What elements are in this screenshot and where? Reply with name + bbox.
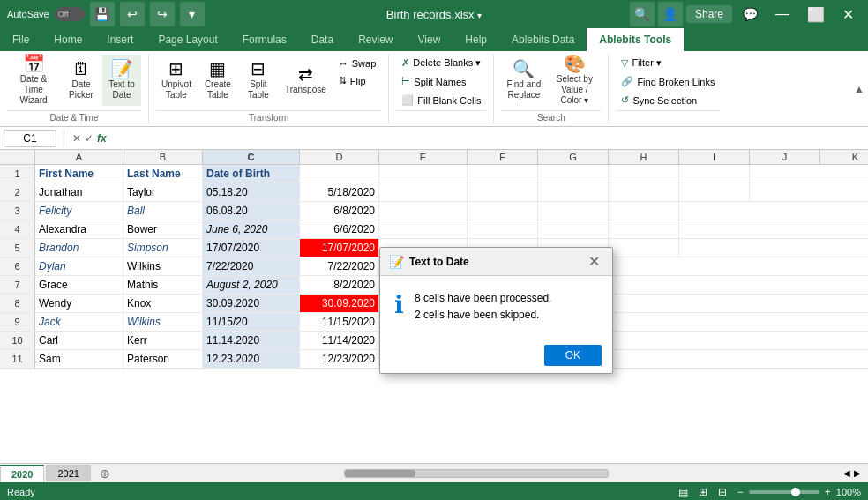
dialog-close-button[interactable]: ✕ [585, 253, 603, 270]
dialog-line1: 8 cells have been processed. [415, 290, 551, 307]
dialog-overlay: 📝 Text to Date ✕ ℹ 8 cells have been pro… [0, 0, 868, 500]
dialog-footer: OK [380, 338, 612, 373]
dialog-line2: 2 cells have been skipped. [415, 307, 551, 324]
dialog-message: 8 cells have been processed. 2 cells hav… [415, 290, 551, 324]
info-icon: ℹ [394, 290, 404, 319]
dialog-title-icon: 📝 [389, 255, 404, 269]
dialog-body: ℹ 8 cells have been processed. 2 cells h… [380, 276, 612, 338]
dialog-title-text: Text to Date [409, 256, 469, 268]
dialog-title: 📝 Text to Date [389, 255, 469, 269]
dialog-ok-button[interactable]: OK [544, 345, 602, 366]
dialog-title-bar: 📝 Text to Date ✕ [380, 248, 612, 276]
text-to-date-dialog: 📝 Text to Date ✕ ℹ 8 cells have been pro… [379, 247, 613, 374]
